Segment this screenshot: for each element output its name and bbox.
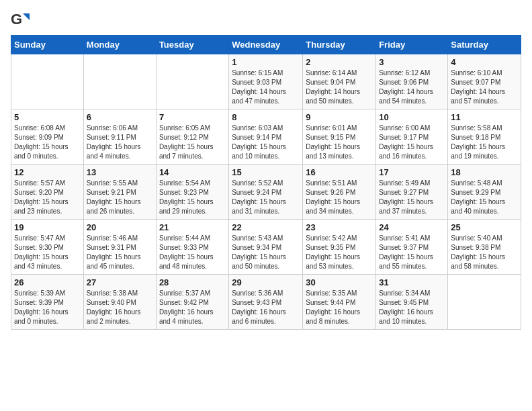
day-info: Sunrise: 5:34 AM Sunset: 9:45 PM Dayligh…	[379, 289, 445, 326]
day-info: Sunrise: 5:40 AM Sunset: 9:38 PM Dayligh…	[451, 234, 518, 271]
weekday-header-friday: Friday	[376, 36, 448, 54]
day-info: Sunrise: 5:55 AM Sunset: 9:21 PM Dayligh…	[87, 179, 153, 216]
weekday-header-saturday: Saturday	[448, 36, 521, 54]
svg-marker-1	[23, 13, 30, 20]
calendar-cell: 23Sunrise: 5:42 AM Sunset: 9:35 PM Dayli…	[303, 220, 376, 275]
page-header: G	[11, 11, 521, 30]
day-number: 14	[159, 167, 226, 177]
day-number: 19	[14, 222, 81, 232]
day-number: 21	[159, 222, 226, 232]
calendar-week-2: 5Sunrise: 6:08 AM Sunset: 9:09 PM Daylig…	[11, 109, 521, 165]
calendar-week-3: 12Sunrise: 5:57 AM Sunset: 9:20 PM Dayli…	[11, 165, 521, 220]
day-number: 7	[159, 112, 226, 122]
calendar-cell: 21Sunrise: 5:44 AM Sunset: 9:33 PM Dayli…	[156, 220, 228, 275]
day-number: 24	[379, 222, 445, 232]
calendar-body: 1Sunrise: 6:15 AM Sunset: 9:03 PM Daylig…	[11, 54, 521, 330]
day-number: 22	[232, 222, 300, 232]
day-number: 29	[232, 277, 300, 287]
day-number: 5	[14, 112, 81, 122]
day-info: Sunrise: 5:39 AM Sunset: 9:39 PM Dayligh…	[14, 289, 81, 326]
day-number: 16	[306, 167, 373, 177]
day-number: 26	[14, 277, 81, 287]
weekday-header-tuesday: Tuesday	[156, 36, 228, 54]
calendar-week-5: 26Sunrise: 5:39 AM Sunset: 9:39 PM Dayli…	[11, 275, 521, 330]
calendar-cell: 11Sunrise: 5:58 AM Sunset: 9:18 PM Dayli…	[448, 109, 521, 165]
calendar-cell: 27Sunrise: 5:38 AM Sunset: 9:40 PM Dayli…	[83, 275, 156, 330]
day-info: Sunrise: 5:42 AM Sunset: 9:35 PM Dayligh…	[306, 234, 373, 271]
day-info: Sunrise: 5:43 AM Sunset: 9:34 PM Dayligh…	[232, 234, 300, 271]
calendar-cell: 15Sunrise: 5:52 AM Sunset: 9:24 PM Dayli…	[229, 165, 303, 220]
calendar-cell: 18Sunrise: 5:48 AM Sunset: 9:29 PM Dayli…	[448, 165, 521, 220]
day-info: Sunrise: 6:12 AM Sunset: 9:06 PM Dayligh…	[379, 68, 445, 106]
calendar-cell: 5Sunrise: 6:08 AM Sunset: 9:09 PM Daylig…	[11, 109, 84, 165]
day-info: Sunrise: 5:47 AM Sunset: 9:30 PM Dayligh…	[14, 234, 81, 271]
calendar-cell: 14Sunrise: 5:54 AM Sunset: 9:23 PM Dayli…	[156, 165, 228, 220]
day-number: 17	[379, 167, 445, 177]
day-number: 12	[14, 167, 81, 177]
calendar-week-1: 1Sunrise: 6:15 AM Sunset: 9:03 PM Daylig…	[11, 54, 521, 109]
day-info: Sunrise: 5:36 AM Sunset: 9:43 PM Dayligh…	[232, 289, 300, 326]
logo: G	[11, 11, 32, 30]
day-info: Sunrise: 6:10 AM Sunset: 9:07 PM Dayligh…	[451, 68, 518, 106]
day-number: 20	[87, 222, 153, 232]
calendar-week-4: 19Sunrise: 5:47 AM Sunset: 9:30 PM Dayli…	[11, 220, 521, 275]
day-number: 15	[232, 167, 300, 177]
day-info: Sunrise: 5:35 AM Sunset: 9:44 PM Dayligh…	[306, 289, 373, 326]
calendar-cell	[83, 54, 156, 109]
day-info: Sunrise: 5:57 AM Sunset: 9:20 PM Dayligh…	[14, 179, 81, 216]
day-number: 23	[306, 222, 373, 232]
logo-icon: G	[11, 11, 30, 30]
calendar-cell: 20Sunrise: 5:46 AM Sunset: 9:31 PM Dayli…	[83, 220, 156, 275]
calendar-table: SundayMondayTuesdayWednesdayThursdayFrid…	[11, 35, 521, 330]
day-info: Sunrise: 6:08 AM Sunset: 9:09 PM Dayligh…	[14, 124, 81, 161]
day-number: 30	[306, 277, 373, 287]
day-number: 27	[87, 277, 153, 287]
day-info: Sunrise: 5:51 AM Sunset: 9:26 PM Dayligh…	[306, 179, 373, 216]
calendar-cell: 1Sunrise: 6:15 AM Sunset: 9:03 PM Daylig…	[229, 54, 303, 109]
day-number: 11	[451, 112, 518, 122]
day-info: Sunrise: 5:46 AM Sunset: 9:31 PM Dayligh…	[87, 234, 153, 271]
day-info: Sunrise: 6:06 AM Sunset: 9:11 PM Dayligh…	[87, 124, 153, 161]
calendar-cell: 13Sunrise: 5:55 AM Sunset: 9:21 PM Dayli…	[83, 165, 156, 220]
day-info: Sunrise: 5:52 AM Sunset: 9:24 PM Dayligh…	[232, 179, 300, 216]
weekday-header-wednesday: Wednesday	[229, 36, 303, 54]
day-info: Sunrise: 6:03 AM Sunset: 9:14 PM Dayligh…	[232, 124, 300, 161]
day-info: Sunrise: 5:44 AM Sunset: 9:33 PM Dayligh…	[159, 234, 226, 271]
calendar-cell: 9Sunrise: 6:01 AM Sunset: 9:15 PM Daylig…	[303, 109, 376, 165]
day-number: 6	[87, 112, 153, 122]
calendar-cell: 8Sunrise: 6:03 AM Sunset: 9:14 PM Daylig…	[229, 109, 303, 165]
day-info: Sunrise: 5:48 AM Sunset: 9:29 PM Dayligh…	[451, 179, 518, 216]
day-info: Sunrise: 6:14 AM Sunset: 9:04 PM Dayligh…	[306, 68, 373, 106]
calendar-cell: 31Sunrise: 5:34 AM Sunset: 9:45 PM Dayli…	[376, 275, 448, 330]
calendar-cell: 10Sunrise: 6:00 AM Sunset: 9:17 PM Dayli…	[376, 109, 448, 165]
calendar-cell: 17Sunrise: 5:49 AM Sunset: 9:27 PM Dayli…	[376, 165, 448, 220]
day-info: Sunrise: 6:05 AM Sunset: 9:12 PM Dayligh…	[159, 124, 226, 161]
day-number: 18	[451, 167, 518, 177]
day-info: Sunrise: 5:37 AM Sunset: 9:42 PM Dayligh…	[159, 289, 226, 326]
day-number: 3	[379, 57, 445, 67]
day-info: Sunrise: 5:54 AM Sunset: 9:23 PM Dayligh…	[159, 179, 226, 216]
calendar-cell: 25Sunrise: 5:40 AM Sunset: 9:38 PM Dayli…	[448, 220, 521, 275]
calendar-cell: 7Sunrise: 6:05 AM Sunset: 9:12 PM Daylig…	[156, 109, 228, 165]
calendar-cell: 29Sunrise: 5:36 AM Sunset: 9:43 PM Dayli…	[229, 275, 303, 330]
calendar-cell: 22Sunrise: 5:43 AM Sunset: 9:34 PM Dayli…	[229, 220, 303, 275]
calendar-cell: 30Sunrise: 5:35 AM Sunset: 9:44 PM Dayli…	[303, 275, 376, 330]
day-info: Sunrise: 5:49 AM Sunset: 9:27 PM Dayligh…	[379, 179, 445, 216]
calendar-cell: 26Sunrise: 5:39 AM Sunset: 9:39 PM Dayli…	[11, 275, 84, 330]
calendar-cell: 28Sunrise: 5:37 AM Sunset: 9:42 PM Dayli…	[156, 275, 228, 330]
day-info: Sunrise: 6:15 AM Sunset: 9:03 PM Dayligh…	[232, 68, 300, 106]
weekday-header-row: SundayMondayTuesdayWednesdayThursdayFrid…	[11, 36, 521, 54]
weekday-header-monday: Monday	[83, 36, 156, 54]
calendar-cell: 12Sunrise: 5:57 AM Sunset: 9:20 PM Dayli…	[11, 165, 84, 220]
calendar-cell: 19Sunrise: 5:47 AM Sunset: 9:30 PM Dayli…	[11, 220, 84, 275]
calendar-cell: 3Sunrise: 6:12 AM Sunset: 9:06 PM Daylig…	[376, 54, 448, 109]
calendar-cell	[156, 54, 228, 109]
day-number: 8	[232, 112, 300, 122]
day-number: 9	[306, 112, 373, 122]
day-number: 25	[451, 222, 518, 232]
day-info: Sunrise: 5:58 AM Sunset: 9:18 PM Dayligh…	[451, 124, 518, 161]
day-number: 28	[159, 277, 226, 287]
day-info: Sunrise: 6:01 AM Sunset: 9:15 PM Dayligh…	[306, 124, 373, 161]
calendar-cell: 16Sunrise: 5:51 AM Sunset: 9:26 PM Dayli…	[303, 165, 376, 220]
day-number: 10	[379, 112, 445, 122]
